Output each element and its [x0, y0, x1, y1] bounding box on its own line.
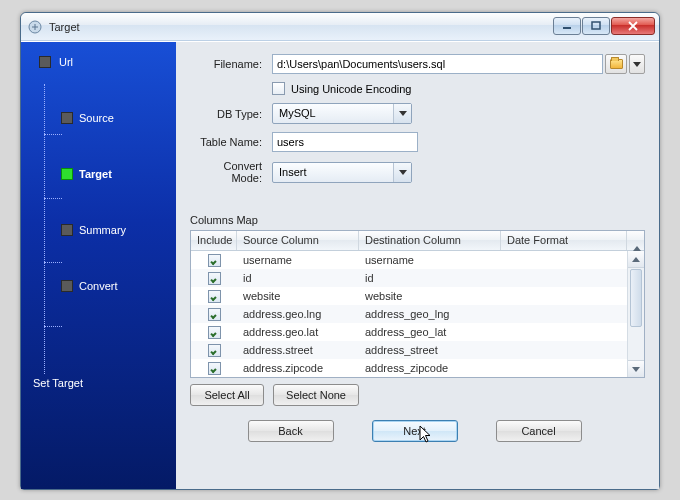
chevron-down-icon — [633, 62, 641, 67]
source-column-cell: id — [237, 272, 359, 284]
source-column-cell: address.geo.lng — [237, 308, 359, 320]
source-column-cell: address.zipcode — [237, 362, 359, 374]
node-icon — [61, 280, 73, 292]
dbtype-label: DB Type: — [190, 108, 272, 120]
convertmode-combo[interactable]: Insert — [272, 162, 412, 183]
table-row[interactable]: websitewebsite — [191, 287, 644, 305]
cancel-button[interactable]: Cancel — [496, 420, 582, 442]
content-panel: Filename: Using Unicode Encoding DB Type… — [176, 42, 659, 489]
node-icon — [61, 112, 73, 124]
node-icon — [39, 56, 51, 68]
wizard-sidebar: Url Source Target Summary Convert Set Ta… — [21, 42, 176, 489]
chevron-down-icon — [393, 104, 411, 123]
node-icon — [61, 224, 73, 236]
chevron-down-icon — [632, 367, 640, 372]
unicode-checkbox[interactable] — [272, 82, 285, 95]
select-all-button[interactable]: Select All — [190, 384, 264, 406]
next-button[interactable]: Next — [372, 420, 458, 442]
sidebar-item-label: Source — [79, 112, 114, 124]
tablename-label: Table Name: — [190, 136, 272, 148]
columns-map-grid: Include Source Column Destination Column… — [190, 230, 645, 378]
sidebar-item-label: Url — [59, 56, 73, 68]
scroll-track[interactable] — [628, 328, 644, 360]
sidebar-item-summary[interactable]: Summary — [21, 220, 176, 240]
grid-header: Include Source Column Destination Column… — [191, 231, 644, 251]
table-row[interactable]: address.zipcodeaddress_zipcode — [191, 359, 644, 377]
dest-column-cell: username — [359, 254, 501, 266]
sidebar-footer-label: Set Target — [33, 377, 83, 389]
header-source[interactable]: Source Column — [237, 231, 359, 250]
close-button[interactable] — [611, 17, 655, 35]
include-checkbox[interactable] — [208, 326, 221, 339]
dbtype-combo[interactable]: MySQL — [272, 103, 412, 124]
source-column-cell: address.street — [237, 344, 359, 356]
unicode-label: Using Unicode Encoding — [291, 83, 411, 95]
filename-dropdown-button[interactable] — [629, 54, 645, 74]
include-checkbox[interactable] — [208, 308, 221, 321]
window-title: Target — [49, 21, 80, 33]
sidebar-item-label: Convert — [79, 280, 118, 292]
client-area: Url Source Target Summary Convert Set Ta… — [21, 41, 659, 489]
sidebar-item-label: Summary — [79, 224, 126, 236]
sidebar-item-target[interactable]: Target — [21, 164, 176, 184]
columns-map-label: Columns Map — [190, 214, 645, 226]
dialog-window: Target Url Source Target — [20, 12, 660, 490]
app-icon — [27, 19, 43, 35]
dest-column-cell: website — [359, 290, 501, 302]
browse-button[interactable] — [605, 54, 627, 74]
table-row[interactable]: address.geo.lngaddress_geo_lng — [191, 305, 644, 323]
include-checkbox[interactable] — [208, 254, 221, 267]
sidebar-item-convert[interactable]: Convert — [21, 276, 176, 296]
filename-input[interactable] — [272, 54, 603, 74]
header-dateformat[interactable]: Date Format — [501, 231, 627, 250]
source-column-cell: address.geo.lat — [237, 326, 359, 338]
folder-icon — [610, 59, 623, 69]
titlebar[interactable]: Target — [21, 13, 659, 41]
dest-column-cell: id — [359, 272, 501, 284]
sidebar-item-url[interactable]: Url — [21, 52, 176, 72]
include-checkbox[interactable] — [208, 362, 221, 375]
sidebar-item-source[interactable]: Source — [21, 108, 176, 128]
header-scroll-spacer — [627, 231, 644, 250]
dest-column-cell: address_geo_lng — [359, 308, 501, 320]
include-checkbox[interactable] — [208, 344, 221, 357]
tablename-input[interactable] — [272, 132, 418, 152]
grid-body: usernameusernameididwebsitewebsiteaddres… — [191, 251, 644, 377]
convertmode-value: Insert — [273, 163, 393, 182]
sidebar-item-label: Target — [79, 168, 112, 180]
table-row[interactable]: address.streetaddress_street — [191, 341, 644, 359]
dest-column-cell: address_street — [359, 344, 501, 356]
table-row[interactable]: address.geo.lataddress_geo_lat — [191, 323, 644, 341]
wizard-footer: Back Next Cancel — [190, 420, 645, 442]
select-none-button[interactable]: Select None — [273, 384, 359, 406]
source-column-cell: username — [237, 254, 359, 266]
header-dest[interactable]: Destination Column — [359, 231, 501, 250]
vertical-scrollbar[interactable] — [627, 251, 644, 377]
table-row[interactable]: usernameusername — [191, 251, 644, 269]
include-checkbox[interactable] — [208, 272, 221, 285]
header-include[interactable]: Include — [191, 231, 237, 250]
maximize-button[interactable] — [582, 17, 610, 35]
svg-rect-2 — [592, 22, 600, 29]
dest-column-cell: address_zipcode — [359, 362, 501, 374]
dest-column-cell: address_geo_lat — [359, 326, 501, 338]
source-column-cell: website — [237, 290, 359, 302]
minimize-button[interactable] — [553, 17, 581, 35]
dbtype-value: MySQL — [273, 104, 393, 123]
chevron-down-icon — [393, 163, 411, 182]
filename-label: Filename: — [190, 58, 272, 70]
convertmode-label: Convert Mode: — [190, 160, 272, 184]
include-checkbox[interactable] — [208, 290, 221, 303]
back-button[interactable]: Back — [248, 420, 334, 442]
scroll-down-button[interactable] — [628, 360, 644, 377]
scroll-up-button[interactable] — [628, 251, 644, 268]
scroll-thumb[interactable] — [630, 269, 642, 327]
next-button-label: Next — [403, 425, 426, 437]
table-row[interactable]: idid — [191, 269, 644, 287]
chevron-up-icon — [632, 257, 640, 262]
svg-rect-1 — [563, 27, 571, 29]
node-icon — [61, 168, 73, 180]
